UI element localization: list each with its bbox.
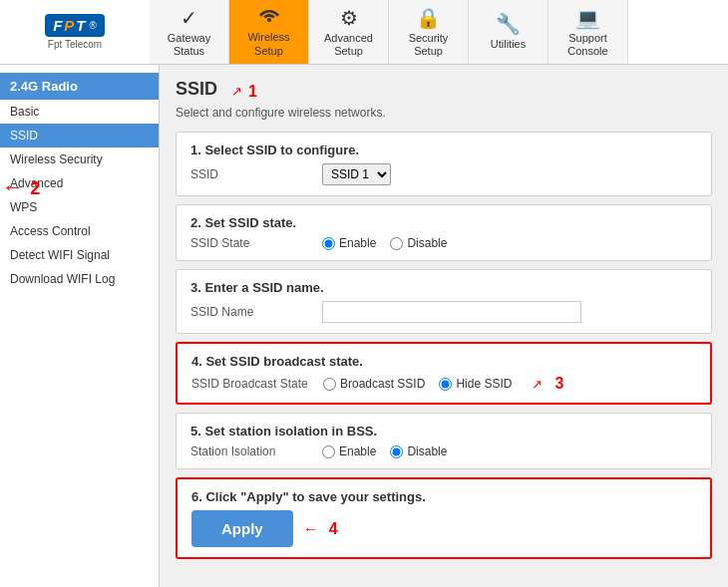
annotation-3: 3: [554, 375, 563, 393]
advanced-icon: ⚙: [340, 6, 358, 30]
logo-fpt: F: [53, 17, 62, 34]
tab-advanced[interactable]: ⚙ AdvancedSetup: [309, 0, 389, 64]
ssid-broadcast-label: SSID Broadcast State: [191, 377, 311, 391]
tab-utilities-label: Utilities: [491, 38, 526, 51]
section-2-title: 2. Set SSID state.: [190, 215, 697, 230]
security-icon: 🔒: [416, 6, 441, 30]
logo-t: T: [76, 17, 85, 34]
station-isolation-disable-input[interactable]: [390, 445, 403, 458]
support-icon: 💻: [575, 6, 600, 30]
ssid-hide-option[interactable]: Hide SSID: [439, 377, 512, 391]
station-isolation-radio-group: Enable Disable: [322, 444, 447, 458]
sidebar-group: 2.4G Radio: [0, 73, 159, 100]
logo-registered: ®: [89, 20, 96, 31]
logo-area: F P T ® Fpt Telecom: [0, 6, 150, 58]
ssid-broadcast-option[interactable]: Broadcast SSID: [323, 377, 425, 391]
station-isolation-disable[interactable]: Disable: [390, 444, 447, 458]
ssid-state-enable[interactable]: Enable: [322, 236, 376, 250]
station-isolation-enable[interactable]: Enable: [322, 444, 376, 458]
ssid-state-disable-input[interactable]: [390, 237, 403, 250]
annotation-arrow-4: ←: [303, 520, 319, 538]
logo-subtitle: Fpt Telecom: [48, 39, 102, 50]
sidebar-item-advanced[interactable]: Advanced: [0, 171, 159, 195]
tab-support[interactable]: 💻 SupportConsole: [548, 0, 628, 64]
ssid-state-radio-group: Enable Disable: [322, 236, 447, 250]
ssid-broadcast-radio-group: Broadcast SSID Hide SSID: [323, 377, 512, 391]
tab-wireless[interactable]: WirelessSetup: [229, 0, 309, 64]
section-apply: 6. Click "Apply" to save your settings. …: [176, 477, 712, 559]
section-3-title: 3. Enter a SSID name.: [190, 280, 697, 295]
section-6-title: 6. Click "Apply" to save your settings.: [191, 489, 696, 504]
utilities-icon: 🔧: [496, 12, 521, 36]
tab-security[interactable]: 🔒 SecuritySetup: [389, 0, 469, 64]
annotation-arrow-3: ↗: [532, 377, 543, 392]
tab-gateway[interactable]: ✓ GatewayStatus: [150, 0, 229, 64]
ssid-state-disable[interactable]: Disable: [390, 236, 447, 250]
section-ssid-broadcast: 4. Set SSID broadcast state. SSID Broadc…: [176, 342, 712, 405]
ssid-state-label: SSID State: [190, 236, 310, 250]
section-4-title: 4. Set SSID broadcast state.: [191, 354, 696, 369]
ssid-field-label: SSID: [190, 167, 310, 181]
page-title: SSID: [176, 79, 217, 100]
nav-tabs: ✓ GatewayStatus WirelessSetup ⚙ Advanced…: [150, 0, 728, 64]
sidebar-item-wps[interactable]: WPS: [0, 195, 159, 219]
ssid-name-input[interactable]: [322, 301, 581, 323]
sidebar-item-detect-wifi[interactable]: Detect WIFI Signal: [0, 243, 159, 267]
page-subtitle: Select and configure wireless networks.: [176, 106, 712, 120]
section-ssid-name: 3. Enter a SSID name. SSID Name: [176, 269, 712, 334]
annotation-1: 1: [248, 83, 257, 101]
section-5-title: 5. Set station isolation in BSS.: [190, 424, 697, 439]
content-area: SSID ↗ 1 Select and configure wireless n…: [160, 65, 728, 587]
tab-advanced-label: AdvancedSetup: [324, 32, 373, 58]
station-isolation-enable-input[interactable]: [322, 445, 335, 458]
tab-support-label: SupportConsole: [567, 32, 607, 58]
sidebar-item-basic[interactable]: Basic: [0, 100, 159, 124]
tab-utilities[interactable]: 🔧 Utilities: [469, 0, 548, 64]
apply-button[interactable]: Apply: [191, 510, 293, 547]
section-station-isolation: 5. Set station isolation in BSS. Station…: [176, 413, 712, 469]
annotation-4: 4: [329, 520, 338, 538]
tab-wireless-label: WirelessSetup: [247, 31, 289, 57]
station-isolation-label: Station Isolation: [190, 444, 310, 458]
ssid-select[interactable]: SSID 1: [322, 163, 391, 185]
gateway-icon: ✓: [181, 6, 197, 30]
ssid-name-label: SSID Name: [190, 305, 310, 319]
section-ssid-state: 2. Set SSID state. SSID State Enable Dis…: [176, 204, 712, 261]
logo-dot: P: [64, 17, 74, 34]
section-select-ssid: 1. Select SSID to configure. SSID SSID 1: [176, 132, 712, 196]
annotation-arrow-1: ↗: [231, 84, 242, 99]
tab-gateway-label: GatewayStatus: [168, 32, 210, 58]
sidebar: 2.4G Radio Basic SSID Wireless Security …: [0, 65, 160, 587]
wireless-icon: [258, 6, 280, 29]
sidebar-item-wireless-security[interactable]: Wireless Security: [0, 147, 159, 171]
ssid-state-enable-input[interactable]: [322, 237, 335, 250]
ssid-broadcast-input[interactable]: [323, 378, 336, 391]
sidebar-item-download-log[interactable]: Download WIFI Log: [0, 267, 159, 291]
tab-security-label: SecuritySetup: [409, 32, 449, 58]
sidebar-item-ssid[interactable]: SSID: [0, 124, 159, 147]
ssid-hide-input[interactable]: [439, 378, 452, 391]
sidebar-item-access-control[interactable]: Access Control: [0, 219, 159, 243]
section-1-title: 1. Select SSID to configure.: [190, 143, 697, 157]
